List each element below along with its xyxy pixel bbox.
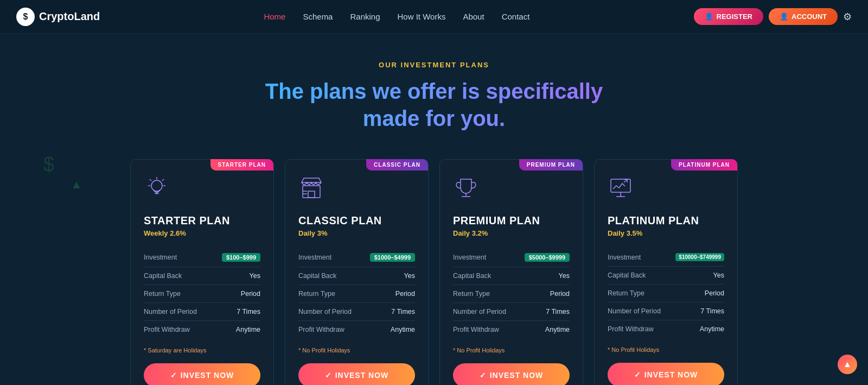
checkmark-icon: ✓ xyxy=(634,370,641,379)
premium-investment-value: $5000–$9999 xyxy=(525,253,570,262)
starter-return-type: Return Type Period xyxy=(144,285,260,303)
starter-num-period: Number of Period 7 Times xyxy=(144,303,260,321)
svg-line-5 xyxy=(162,179,164,181)
hero-section: $ ▲ OUR INVESTMENT PLANS The plans we of… xyxy=(0,34,868,148)
premium-note: * No Profit Holidays xyxy=(453,347,570,354)
nav-home[interactable]: Home xyxy=(264,12,285,21)
svg-point-0 xyxy=(151,180,162,191)
starter-plan-card: STARTER PLAN STARTER PLAN Weekly 2.6% In… xyxy=(130,159,274,385)
starter-rate: Weekly 2.6% xyxy=(144,229,260,237)
premium-capital-back: Capital Back Yes xyxy=(453,267,570,285)
navbar: $ CryptoLand Home Schema Ranking How It … xyxy=(0,0,868,34)
platinum-rate: Daily 3.5% xyxy=(608,229,724,237)
starter-investment-value: $100–$999 xyxy=(222,253,260,262)
starter-profit-withdraw: Profit Withdraw Anytime xyxy=(144,321,260,338)
starter-capital-back: Capital Back Yes xyxy=(144,267,260,285)
classic-return-type: Return Type Period xyxy=(298,285,415,303)
platinum-note: * No Profit Holidays xyxy=(608,346,724,353)
account-button[interactable]: 👤 ACCOUNT xyxy=(769,8,838,25)
checkmark-icon: ✓ xyxy=(325,371,332,380)
platinum-profit-withdraw: Profit Withdraw Anytime xyxy=(608,320,724,338)
logo-icon: $ xyxy=(16,8,35,26)
premium-return-type: Return Type Period xyxy=(453,285,570,303)
nav-how-it-works[interactable]: How It Works xyxy=(398,12,446,21)
platinum-badge: PLATINUM PLAN xyxy=(671,159,737,171)
platinum-invest-button[interactable]: ✓ INVEST NOW xyxy=(608,363,724,385)
premium-investment: Investment $5000–$9999 xyxy=(453,248,570,267)
brand-logo: $ CryptoLand xyxy=(16,8,100,26)
premium-invest-button[interactable]: ✓ INVEST NOW xyxy=(453,363,570,385)
brand-name: CryptoLand xyxy=(39,10,100,23)
platinum-investment-value: $10000–$749999 xyxy=(675,253,724,261)
premium-features: Investment $5000–$9999 Capital Back Yes … xyxy=(453,248,570,338)
register-icon: 👤 xyxy=(705,12,713,21)
nav-schema[interactable]: Schema xyxy=(303,12,333,21)
platinum-plan-card: PLATINUM PLAN PLATINUM PLAN Daily 3.5% I… xyxy=(594,159,738,385)
monitor-icon xyxy=(608,175,634,201)
bulb-icon xyxy=(144,175,170,201)
checkmark-icon: ✓ xyxy=(480,371,487,380)
plans-section: STARTER PLAN STARTER PLAN Weekly 2.6% In… xyxy=(0,148,868,385)
hero-subtitle: OUR INVESTMENT PLANS xyxy=(11,61,857,69)
starter-investment: Investment $100–$999 xyxy=(144,248,260,267)
classic-note: * No Profit Holidays xyxy=(298,347,415,354)
settings-icon[interactable]: ⚙ xyxy=(843,11,852,23)
premium-plan-card: PREMIUM PLAN PREMIUM PLAN Daily 3.2% Inv… xyxy=(439,159,583,385)
platinum-investment: Investment $10000–$749999 xyxy=(608,248,724,267)
starter-badge: STARTER PLAN xyxy=(210,159,273,171)
platinum-capital-back: Capital Back Yes xyxy=(608,267,724,285)
nav-links: Home Schema Ranking How It Works About C… xyxy=(264,12,529,22)
trophy-icon xyxy=(453,175,479,201)
starter-name: STARTER PLAN xyxy=(144,214,260,227)
premium-num-period: Number of Period 7 Times xyxy=(453,303,570,321)
starter-icon xyxy=(144,175,260,206)
classic-features: Investment $1000–$4999 Capital Back Yes … xyxy=(298,248,415,338)
hero-title: The plans we offer is specifically made … xyxy=(11,78,857,132)
classic-icon xyxy=(298,175,415,206)
starter-note: * Saturday are Holidays xyxy=(144,347,260,354)
deco-arrow: ▲ xyxy=(71,178,82,192)
svg-rect-8 xyxy=(303,186,320,198)
svg-line-17 xyxy=(624,179,627,182)
platinum-name: PLATINUM PLAN xyxy=(608,214,724,227)
platinum-return-type: Return Type Period xyxy=(608,285,724,302)
classic-badge: CLASSIC PLAN xyxy=(366,159,428,171)
svg-rect-9 xyxy=(308,191,315,198)
starter-features: Investment $100–$999 Capital Back Yes Re… xyxy=(144,248,260,338)
platinum-icon xyxy=(608,175,724,206)
classic-num-period: Number of Period 7 Times xyxy=(298,303,415,321)
store-icon xyxy=(298,175,324,201)
premium-rate: Daily 3.2% xyxy=(453,229,570,237)
nav-actions: 👤 REGISTER 👤 ACCOUNT ⚙ xyxy=(694,8,852,25)
classic-investment: Investment $1000–$4999 xyxy=(298,248,415,267)
account-icon: 👤 xyxy=(780,12,788,21)
premium-icon xyxy=(453,175,570,206)
platinum-features: Investment $10000–$749999 Capital Back Y… xyxy=(608,248,724,338)
classic-capital-back: Capital Back Yes xyxy=(298,267,415,285)
nav-ranking[interactable]: Ranking xyxy=(350,12,380,21)
svg-line-4 xyxy=(150,179,151,181)
starter-invest-button[interactable]: ✓ INVEST NOW xyxy=(144,363,260,385)
classic-invest-button[interactable]: ✓ INVEST NOW xyxy=(298,363,415,385)
scroll-to-top-button[interactable]: ▲ xyxy=(838,355,857,374)
register-button[interactable]: 👤 REGISTER xyxy=(694,8,763,25)
premium-profit-withdraw: Profit Withdraw Anytime xyxy=(453,321,570,338)
classic-name: CLASSIC PLAN xyxy=(298,214,415,227)
platinum-num-period: Number of Period 7 Times xyxy=(608,302,724,320)
premium-name: PREMIUM PLAN xyxy=(453,214,570,227)
classic-investment-value: $1000–$4999 xyxy=(370,253,415,262)
classic-profit-withdraw: Profit Withdraw Anytime xyxy=(298,321,415,338)
classic-rate: Daily 3% xyxy=(298,229,415,237)
premium-badge: PREMIUM PLAN xyxy=(519,159,583,171)
deco-dollar: $ xyxy=(43,153,54,176)
classic-plan-card: CLASSIC PLAN CLASSIC PLAN Daily 3% Inves… xyxy=(285,159,429,385)
nav-contact[interactable]: Contact xyxy=(502,12,530,21)
nav-about[interactable]: About xyxy=(463,12,484,21)
checkmark-icon: ✓ xyxy=(170,371,177,380)
